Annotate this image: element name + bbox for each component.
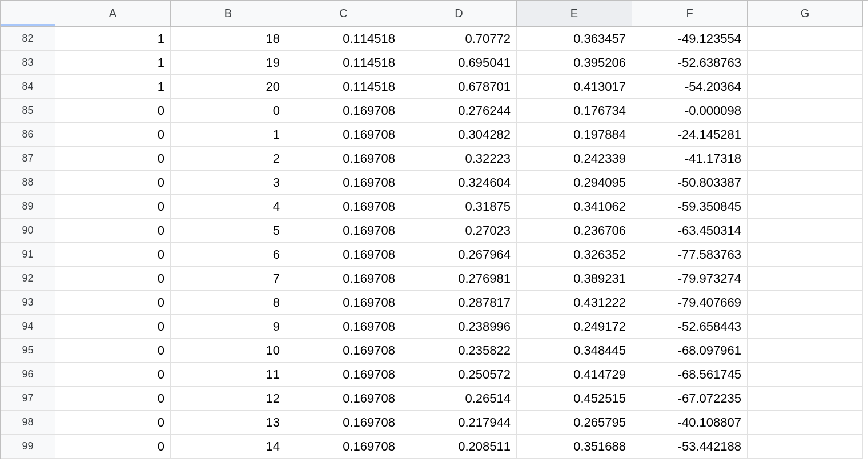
cell-E91[interactable]: 0.326352 [517, 243, 632, 267]
cell-E86[interactable]: 0.197884 [517, 123, 632, 147]
cell-F91[interactable]: -77.583763 [632, 243, 748, 267]
cell-C99[interactable]: 0.169708 [286, 435, 401, 459]
cell-E98[interactable]: 0.265795 [517, 411, 632, 435]
cell-A92[interactable]: 0 [55, 267, 171, 291]
spreadsheet-grid[interactable]: ABCDEFG821180.1145180.707720.363457-49.1… [0, 0, 868, 459]
cell-A89[interactable]: 0 [55, 195, 171, 219]
cell-C84[interactable]: 0.114518 [286, 75, 401, 99]
cell-B98[interactable]: 13 [171, 411, 286, 435]
cell-G93[interactable] [748, 291, 863, 315]
cell-E93[interactable]: 0.431222 [517, 291, 632, 315]
cell-E87[interactable]: 0.242339 [517, 147, 632, 171]
cell-D87[interactable]: 0.32223 [401, 147, 517, 171]
cell-C98[interactable]: 0.169708 [286, 411, 401, 435]
cell-A82[interactable]: 1 [55, 27, 171, 51]
row-header[interactable]: 97 [1, 387, 55, 411]
cell-C94[interactable]: 0.169708 [286, 315, 401, 339]
cell-D90[interactable]: 0.27023 [401, 219, 517, 243]
cell-D98[interactable]: 0.217944 [401, 411, 517, 435]
cell-D93[interactable]: 0.287817 [401, 291, 517, 315]
cell-D86[interactable]: 0.304282 [401, 123, 517, 147]
cell-B93[interactable]: 8 [171, 291, 286, 315]
cell-B90[interactable]: 5 [171, 219, 286, 243]
cell-B94[interactable]: 9 [171, 315, 286, 339]
cell-G88[interactable] [748, 171, 863, 195]
column-header-G[interactable]: G [748, 1, 863, 27]
cell-E99[interactable]: 0.351688 [517, 435, 632, 459]
cell-A85[interactable]: 0 [55, 99, 171, 123]
cell-C83[interactable]: 0.114518 [286, 51, 401, 75]
cell-A94[interactable]: 0 [55, 315, 171, 339]
cell-G87[interactable] [748, 147, 863, 171]
row-header[interactable]: 87 [1, 147, 55, 171]
cell-G82[interactable] [748, 27, 863, 51]
column-header-D[interactable]: D [401, 1, 517, 27]
row-header[interactable]: 91 [1, 243, 55, 267]
cell-F96[interactable]: -68.561745 [632, 363, 748, 387]
column-header-E[interactable]: E [517, 1, 632, 27]
cell-E92[interactable]: 0.389231 [517, 267, 632, 291]
cell-B91[interactable]: 6 [171, 243, 286, 267]
cell-B87[interactable]: 2 [171, 147, 286, 171]
cell-F90[interactable]: -63.450314 [632, 219, 748, 243]
cell-F88[interactable]: -50.803387 [632, 171, 748, 195]
cell-A84[interactable]: 1 [55, 75, 171, 99]
cell-G84[interactable] [748, 75, 863, 99]
cell-G96[interactable] [748, 363, 863, 387]
cell-F82[interactable]: -49.123554 [632, 27, 748, 51]
row-header[interactable]: 99 [1, 435, 55, 459]
row-header[interactable]: 85 [1, 99, 55, 123]
cell-D96[interactable]: 0.250572 [401, 363, 517, 387]
row-header[interactable]: 93 [1, 291, 55, 315]
cell-E82[interactable]: 0.363457 [517, 27, 632, 51]
cell-G95[interactable] [748, 339, 863, 363]
cell-C93[interactable]: 0.169708 [286, 291, 401, 315]
cell-G83[interactable] [748, 51, 863, 75]
cell-C92[interactable]: 0.169708 [286, 267, 401, 291]
cell-E85[interactable]: 0.176734 [517, 99, 632, 123]
cell-F97[interactable]: -67.072235 [632, 387, 748, 411]
cell-C88[interactable]: 0.169708 [286, 171, 401, 195]
cell-E97[interactable]: 0.452515 [517, 387, 632, 411]
cell-C86[interactable]: 0.169708 [286, 123, 401, 147]
cell-B97[interactable]: 12 [171, 387, 286, 411]
cell-A87[interactable]: 0 [55, 147, 171, 171]
cell-B84[interactable]: 20 [171, 75, 286, 99]
cell-C91[interactable]: 0.169708 [286, 243, 401, 267]
cell-D92[interactable]: 0.276981 [401, 267, 517, 291]
cell-D97[interactable]: 0.26514 [401, 387, 517, 411]
cell-C87[interactable]: 0.169708 [286, 147, 401, 171]
cell-A97[interactable]: 0 [55, 387, 171, 411]
cell-E94[interactable]: 0.249172 [517, 315, 632, 339]
cell-F89[interactable]: -59.350845 [632, 195, 748, 219]
column-header-F[interactable]: F [632, 1, 748, 27]
cell-B99[interactable]: 14 [171, 435, 286, 459]
cell-B95[interactable]: 10 [171, 339, 286, 363]
cell-A91[interactable]: 0 [55, 243, 171, 267]
cell-E84[interactable]: 0.413017 [517, 75, 632, 99]
cell-B96[interactable]: 11 [171, 363, 286, 387]
cell-B85[interactable]: 0 [171, 99, 286, 123]
cell-E96[interactable]: 0.414729 [517, 363, 632, 387]
cell-D94[interactable]: 0.238996 [401, 315, 517, 339]
cell-D88[interactable]: 0.324604 [401, 171, 517, 195]
row-header[interactable]: 92 [1, 267, 55, 291]
cell-F86[interactable]: -24.145281 [632, 123, 748, 147]
row-header[interactable]: 95 [1, 339, 55, 363]
cell-F95[interactable]: -68.097961 [632, 339, 748, 363]
cell-F93[interactable]: -79.407669 [632, 291, 748, 315]
cell-F85[interactable]: -0.000098 [632, 99, 748, 123]
row-header[interactable]: 86 [1, 123, 55, 147]
row-header[interactable]: 96 [1, 363, 55, 387]
row-header[interactable]: 90 [1, 219, 55, 243]
cell-C85[interactable]: 0.169708 [286, 99, 401, 123]
cell-E83[interactable]: 0.395206 [517, 51, 632, 75]
cell-B83[interactable]: 19 [171, 51, 286, 75]
cell-G98[interactable] [748, 411, 863, 435]
cell-G86[interactable] [748, 123, 863, 147]
cell-A88[interactable]: 0 [55, 171, 171, 195]
cell-C95[interactable]: 0.169708 [286, 339, 401, 363]
cell-A83[interactable]: 1 [55, 51, 171, 75]
cell-B82[interactable]: 18 [171, 27, 286, 51]
cell-F92[interactable]: -79.973274 [632, 267, 748, 291]
